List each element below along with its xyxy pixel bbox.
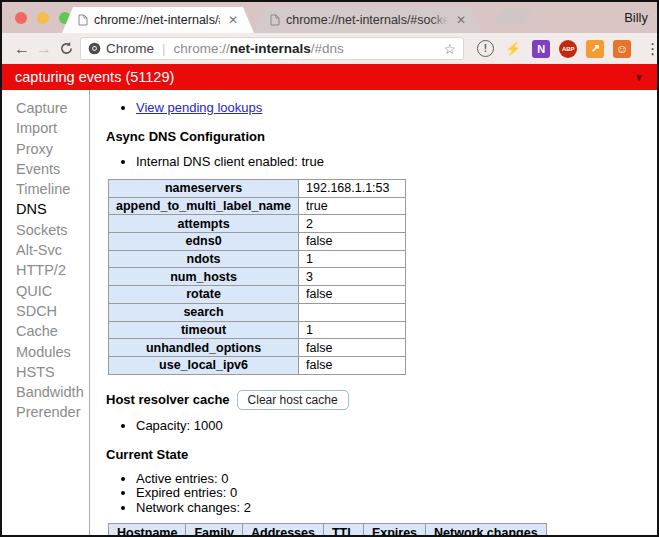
- config-value: 1: [299, 321, 406, 339]
- config-key: append_to_multi_label_name: [109, 197, 299, 215]
- back-button[interactable]: ←: [11, 40, 33, 58]
- browser-window: chrome://net-internals/#dns ✕ chrome://n…: [0, 0, 659, 537]
- async-dns-heading: Async DNS Configuration: [106, 129, 657, 144]
- title-bar: chrome://net-internals/#dns ✕ chrome://n…: [2, 2, 657, 33]
- config-row: ndots1: [109, 250, 406, 268]
- sidebar-item-quic[interactable]: QUIC: [2, 281, 89, 301]
- tab-label: chrome://net-internals/#dns: [94, 13, 220, 27]
- toolbar-right-icons: ! ⚡ NABP↗☺ ⋮: [477, 40, 659, 58]
- profile-name: Billy: [624, 10, 648, 25]
- config-key: nameservers: [109, 180, 299, 198]
- extension-icons: NABP↗☺: [532, 40, 631, 58]
- chart-extension-icon[interactable]: ↗: [586, 40, 604, 58]
- capture-status-text: capturing events (51129): [15, 69, 174, 85]
- config-value: true: [299, 197, 406, 215]
- config-key: ndots: [109, 250, 299, 268]
- page-icon: [78, 14, 88, 26]
- dns-config-table: nameservers192.168.1.1:53append_to_multi…: [108, 179, 406, 375]
- config-key: search: [109, 303, 299, 321]
- sidebar-item-sdch[interactable]: SDCH: [2, 301, 89, 321]
- config-key: unhandled_options: [109, 339, 299, 357]
- url-text: chrome://net-internals/#dns: [174, 41, 344, 56]
- tab-label: chrome://net-internals/#socke: [286, 13, 448, 27]
- cache-column-header: Family: [186, 524, 243, 537]
- internal-dns-client-bullet: Internal DNS client enabled: true: [136, 154, 657, 169]
- config-row: search: [109, 303, 406, 321]
- reload-button[interactable]: [55, 41, 77, 56]
- state-bullet: Network changes: 2: [136, 501, 657, 516]
- state-bullet: Active entries: 0: [136, 472, 657, 487]
- sidebar-item-sockets[interactable]: Sockets: [2, 220, 89, 240]
- state-bullet: Expired entries: 0: [136, 486, 657, 501]
- config-row: edns0false: [109, 233, 406, 251]
- cache-column-header: Hostname: [109, 524, 186, 537]
- page-icon: [270, 14, 280, 26]
- tab-close-icon[interactable]: ✕: [456, 14, 466, 26]
- tab-close-icon[interactable]: ✕: [228, 14, 238, 26]
- config-row: append_to_multi_label_nametrue: [109, 197, 406, 215]
- config-value: 3: [299, 268, 406, 286]
- origin-chip: Chrome: [88, 41, 154, 56]
- chrome-icon: [88, 42, 101, 55]
- sidebar-nav: CaptureImportProxyEventsTimelineDNSSocke…: [2, 90, 90, 537]
- cache-column-header: TTL: [323, 524, 363, 537]
- capture-status-banner: capturing events (51129) ▼: [2, 64, 657, 90]
- config-value: false: [299, 356, 406, 374]
- config-key: timeout: [109, 321, 299, 339]
- sidebar-item-http-2[interactable]: HTTP/2: [2, 260, 89, 280]
- sidebar-item-bandwidth[interactable]: Bandwidth: [2, 382, 89, 402]
- config-value: false: [299, 339, 406, 357]
- config-row: attempts2: [109, 215, 406, 233]
- forward-button[interactable]: →: [33, 40, 55, 58]
- address-bar[interactable]: Chrome | chrome://net-internals/#dns ☆: [80, 37, 464, 60]
- sidebar-item-cache[interactable]: Cache: [2, 321, 89, 341]
- config-key: edns0: [109, 233, 299, 251]
- sidebar-item-import[interactable]: Import: [2, 118, 89, 138]
- sidebar-item-prerender[interactable]: Prerender: [2, 402, 89, 422]
- minimize-window-button[interactable]: [37, 12, 49, 24]
- capacity-bullet: Capacity: 1000: [136, 418, 657, 433]
- config-row: nameservers192.168.1.1:53: [109, 180, 406, 198]
- cache-column-header: Expires: [363, 524, 425, 537]
- new-tab-button[interactable]: [494, 9, 533, 25]
- config-row: timeout1: [109, 321, 406, 339]
- sidebar-item-modules[interactable]: Modules: [2, 342, 89, 362]
- lightning-icon[interactable]: ⚡: [505, 41, 521, 56]
- info-circle-icon[interactable]: !: [477, 40, 494, 57]
- emoji-extension-icon[interactable]: ☺: [613, 40, 631, 58]
- browser-toolbar: ← → Chrome | chrome://net-internals/#dns…: [2, 33, 657, 64]
- view-pending-lookups-link[interactable]: View pending lookups: [136, 100, 262, 115]
- host-resolver-cache-heading: Host resolver cache: [106, 392, 230, 407]
- separator: |: [162, 41, 166, 56]
- sidebar-item-alt-svc[interactable]: Alt-Svc: [2, 240, 89, 260]
- traffic-lights: [15, 12, 71, 24]
- config-value: false: [299, 286, 406, 304]
- tab-sockets[interactable]: chrome://net-internals/#socke ✕: [254, 7, 482, 33]
- config-row: use_local_ipv6false: [109, 356, 406, 374]
- dns-panel: View pending lookups Async DNS Configura…: [90, 90, 657, 537]
- sidebar-item-events[interactable]: Events: [2, 159, 89, 179]
- onenote-extension-icon[interactable]: N: [532, 40, 550, 58]
- bookmark-star-icon[interactable]: ☆: [443, 41, 456, 57]
- origin-label: Chrome: [106, 41, 154, 56]
- sidebar-item-hsts[interactable]: HSTS: [2, 362, 89, 382]
- config-key: attempts: [109, 215, 299, 233]
- close-window-button[interactable]: [15, 12, 27, 24]
- clear-host-cache-button[interactable]: Clear host cache: [237, 390, 349, 410]
- adblock-plus-extension-icon[interactable]: ABP: [559, 40, 577, 58]
- banner-dropdown-icon[interactable]: ▼: [634, 72, 644, 83]
- config-key: rotate: [109, 286, 299, 304]
- config-row: unhandled_optionsfalse: [109, 339, 406, 357]
- tab-dns[interactable]: chrome://net-internals/#dns ✕: [62, 7, 254, 33]
- config-key: num_hosts: [109, 268, 299, 286]
- sidebar-item-capture[interactable]: Capture: [2, 98, 89, 118]
- config-value: [299, 303, 406, 321]
- config-value: false: [299, 233, 406, 251]
- page-content: CaptureImportProxyEventsTimelineDNSSocke…: [2, 90, 657, 537]
- sidebar-item-proxy[interactable]: Proxy: [2, 139, 89, 159]
- sidebar-item-dns[interactable]: DNS: [2, 199, 89, 219]
- browser-menu-icon[interactable]: ⋮: [645, 40, 659, 58]
- cache-column-header: Addresses: [243, 524, 324, 537]
- config-value: 1: [299, 250, 406, 268]
- sidebar-item-timeline[interactable]: Timeline: [2, 179, 89, 199]
